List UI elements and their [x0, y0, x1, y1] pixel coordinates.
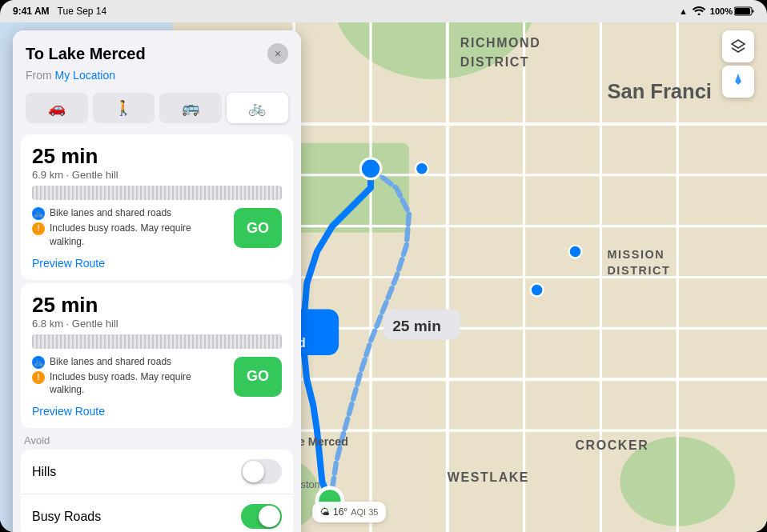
status-time: 9:41 AM [13, 6, 50, 17]
toggle-knob-busy [259, 506, 280, 527]
avoid-hills-label: Hills [32, 465, 56, 479]
preview-route-1[interactable]: Preview Route [32, 257, 105, 270]
svg-point-37 [531, 283, 544, 296]
svg-point-21 [360, 158, 381, 179]
status-date: Tue Sep 14 [58, 6, 107, 17]
from-label: From [26, 69, 52, 82]
note-bike-lanes-1: 🚲 Bike lanes and shared roads [32, 206, 227, 220]
note-bike-lanes-2: 🚲 Bike lanes and shared roads [32, 355, 227, 369]
svg-text:25 min: 25 min [392, 318, 441, 334]
battery-icon: 100% [710, 6, 754, 16]
from-row: From My Location [13, 67, 301, 90]
weather-widget: 🌤 16° AQI 35 [312, 502, 386, 522]
go-button-2[interactable]: GO [234, 357, 282, 397]
avoid-busy-roads-toggle[interactable] [241, 504, 282, 529]
route-1-elevation [32, 186, 282, 200]
status-bar: 9:41 AM Tue Sep 14 ▲ 100% [0, 0, 767, 22]
route-1-detail: 6.9 km · Gentle hill [32, 169, 282, 181]
svg-text:San Franci: San Franci [607, 80, 712, 102]
weather-icon: 🌤 [320, 506, 330, 518]
avoid-section: Avoid Hills Busy Roads [21, 434, 293, 532]
location-button[interactable] [722, 66, 754, 98]
route-2-info: 🚲 Bike lanes and shared roads ! Includes… [32, 355, 282, 399]
panel-header: To Lake Merced × [13, 30, 301, 67]
status-right: ▲ 100% [679, 6, 754, 17]
note-busy-roads-2: ! Includes busy roads. May require walki… [32, 370, 227, 398]
route-card-1: 25 min 6.9 km · Gentle hill 🚲 Bike lanes… [21, 134, 293, 280]
temperature: 16° [333, 506, 347, 518]
svg-text:CROCKER: CROCKER [576, 438, 649, 452]
go-button-1[interactable]: GO [234, 208, 282, 248]
avoid-label: Avoid [21, 434, 293, 450]
svg-text:DISTRICT: DISTRICT [460, 55, 529, 69]
route-2-time: 25 min [32, 293, 282, 318]
wifi-icon [693, 6, 705, 17]
toggle-knob-hills [243, 461, 264, 482]
walk-mode[interactable]: 🚶 [93, 93, 155, 123]
route-1-time: 25 min [32, 144, 282, 169]
avoid-busy-roads-label: Busy Roads [32, 510, 101, 524]
layers-button[interactable] [722, 30, 754, 62]
aqi-label: AQI 35 [351, 507, 378, 517]
svg-rect-1 [735, 8, 750, 14]
route-2-elevation [32, 334, 282, 349]
transport-mode-selector: 🚗 🚶 🚌 🚲 [13, 90, 301, 131]
close-button[interactable]: × [267, 43, 288, 64]
route-1-notes: 🚲 Bike lanes and shared roads ! Includes… [32, 206, 227, 250]
warning-icon-1: ! [32, 222, 45, 235]
svg-text:MISSION: MISSION [607, 248, 665, 261]
location-icon: ▲ [679, 6, 688, 16]
bike-icon-1: 🚲 [32, 207, 45, 220]
bike-icon-2: 🚲 [32, 356, 45, 369]
svg-point-38 [569, 246, 582, 258]
preview-route-2[interactable]: Preview Route [32, 405, 105, 418]
svg-text:WESTLAKE: WESTLAKE [448, 470, 529, 484]
avoid-hills-row: Hills [21, 450, 293, 494]
avoid-options-card: Hills Busy Roads [21, 450, 293, 532]
drive-mode[interactable]: 🚗 [26, 93, 88, 123]
svg-text:RICHMOND: RICHMOND [460, 36, 541, 50]
avoid-busy-roads-row: Busy Roads [21, 494, 293, 532]
note-busy-roads-1: ! Includes busy roads. May require walki… [32, 222, 227, 249]
directions-panel: To Lake Merced × From My Location 🚗 🚶 🚌 … [13, 30, 301, 532]
route-1-info: 🚲 Bike lanes and shared roads ! Includes… [32, 206, 282, 250]
map-controls [722, 30, 754, 98]
route-2-detail: 6.8 km · Gentle hill [32, 318, 282, 330]
warning-icon-2: ! [32, 371, 45, 384]
avoid-hills-toggle[interactable] [241, 459, 282, 484]
transit-mode[interactable]: 🚌 [159, 93, 222, 123]
bike-mode[interactable]: 🚲 [227, 93, 289, 123]
route-card-2: 25 min 6.8 km · Gentle hill 🚲 Bike lanes… [21, 283, 293, 429]
route-2-notes: 🚲 Bike lanes and shared roads ! Includes… [32, 355, 227, 399]
from-location-link[interactable]: My Location [55, 69, 115, 82]
svg-text:DISTRICT: DISTRICT [607, 264, 670, 277]
svg-point-39 [416, 162, 428, 175]
panel-title: To Lake Merced [26, 45, 146, 63]
